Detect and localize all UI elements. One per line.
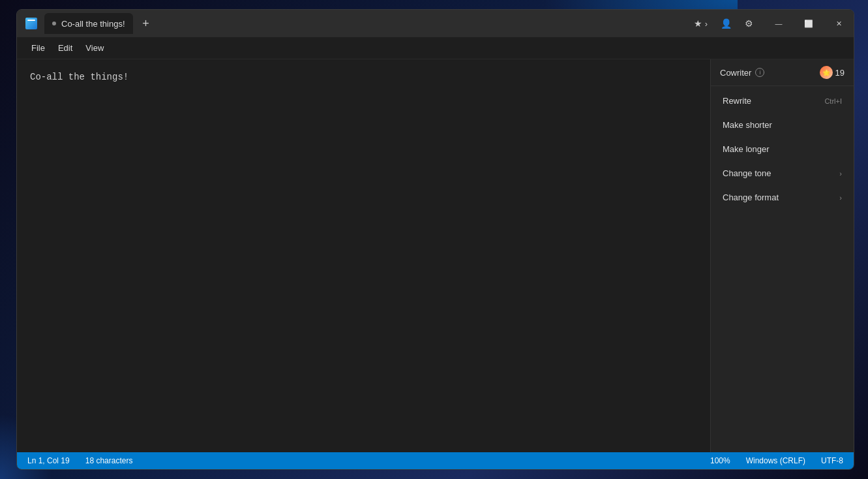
close-button[interactable]: ✕ — [824, 10, 854, 37]
cowriter-badge-icon: 🌟 — [820, 66, 833, 79]
account-icon: 👤 — [721, 18, 732, 29]
status-encoding: UTF-8 — [821, 456, 843, 465]
tab-bar: Co-all the things! + — [44, 13, 367, 34]
app-icon — [25, 17, 38, 30]
cowriter-make-shorter-label: Make shorter — [723, 120, 842, 130]
cowriter-make-shorter[interactable]: Make shorter — [713, 114, 851, 136]
status-line-ending: Windows (CRLF) — [746, 456, 805, 465]
maximize-button[interactable]: ⬜ — [794, 10, 824, 37]
minimize-button[interactable]: — — [764, 10, 794, 37]
menu-view[interactable]: View — [79, 40, 110, 55]
cowriter-make-longer-label: Make longer — [723, 144, 842, 154]
cowriter-rewrite[interactable]: Rewrite Ctrl+I — [713, 89, 851, 112]
app-window: Co-all the things! + ★ › 👤 ⚙ — ⬜ ✕ File … — [16, 9, 854, 470]
gear-icon: ⚙ — [745, 18, 753, 29]
window-controls: — ⬜ ✕ — [764, 10, 854, 37]
settings-button[interactable]: ⚙ — [740, 16, 758, 31]
cowriter-header: Cowriter i 🌟 19 — [711, 59, 854, 86]
account-button[interactable]: 👤 — [715, 16, 737, 31]
menu-edit[interactable]: Edit — [52, 40, 79, 55]
status-zoom: 100% — [710, 456, 730, 465]
star-icon: ★ — [694, 18, 702, 29]
cowriter-make-longer[interactable]: Make longer — [713, 138, 851, 161]
status-bar: Ln 1, Col 19 18 characters 100% Windows … — [17, 452, 854, 469]
favorites-button[interactable]: ★ › — [689, 16, 713, 31]
tab-modified-dot — [52, 22, 56, 25]
cowriter-panel: Cowriter i 🌟 19 Rewrite Ctrl+I Make shor… — [710, 59, 854, 452]
cowriter-rewrite-shortcut: Ctrl+I — [824, 97, 842, 105]
cowriter-change-format[interactable]: Change format › — [713, 186, 851, 209]
status-line-col: Ln 1, Col 19 — [27, 456, 70, 465]
tab-label: Co-all the things! — [61, 19, 125, 29]
title-bar: Co-all the things! + ★ › 👤 ⚙ — ⬜ ✕ — [17, 10, 854, 37]
cowriter-change-tone[interactable]: Change tone › — [713, 162, 851, 185]
title-bar-actions: ★ › 👤 ⚙ — [689, 16, 758, 31]
chevron-right-icon-2: › — [839, 194, 842, 202]
cowriter-change-format-label: Change format — [723, 193, 837, 202]
menu-file[interactable]: File — [25, 40, 52, 55]
cowriter-change-tone-label: Change tone — [723, 168, 837, 178]
cowriter-badge: 🌟 19 — [820, 66, 845, 79]
cowriter-badge-count: 19 — [835, 68, 845, 78]
text-editor[interactable]: Co-all the things! — [17, 59, 710, 452]
active-tab[interactable]: Co-all the things! — [44, 13, 133, 34]
editor-content: Co-all the things! — [30, 72, 128, 82]
cowriter-info-icon[interactable]: i — [755, 68, 764, 77]
cowriter-title-group: Cowriter i — [720, 68, 764, 78]
cowriter-menu: Rewrite Ctrl+I Make shorter Make longer … — [711, 86, 854, 212]
cowriter-title: Cowriter — [720, 68, 751, 78]
add-tab-button[interactable]: + — [137, 14, 155, 33]
status-characters: 18 characters — [85, 456, 133, 465]
favorites-chevron: › — [705, 19, 708, 29]
chevron-right-icon: › — [839, 170, 842, 178]
main-content: Co-all the things! Cowriter i 🌟 19 Rewri… — [17, 59, 854, 452]
menu-bar: File Edit View — [17, 37, 854, 59]
notepad-icon — [25, 18, 37, 29]
cowriter-rewrite-label: Rewrite — [723, 96, 819, 106]
